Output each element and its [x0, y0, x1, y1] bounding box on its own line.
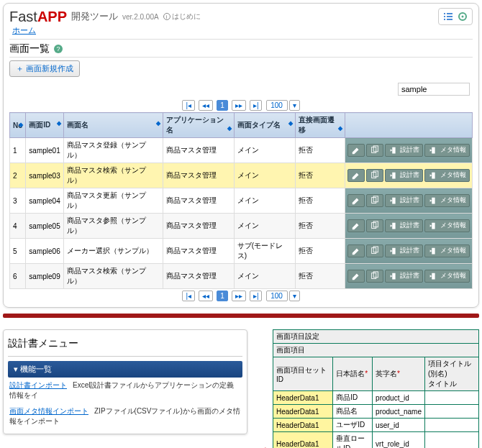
svg-rect-4	[444, 19, 445, 20]
pager-last-icon[interactable]: ▸|	[250, 291, 263, 301]
menu-row: 設計書インポートExcel設計書ファイルからアプリケーションの定義情報をイ	[8, 378, 242, 403]
spec-column-header: 項目タイトル(別名)タイトル	[425, 357, 479, 391]
column-header[interactable]: 画面ID◆	[26, 113, 63, 138]
menu-link[interactable]: 設計書インポート	[9, 381, 67, 389]
table-row[interactable]: 2sample03商品マスタ検索（サンプル）商品マスタ管理メイン拒否 設計書 メ…	[10, 163, 473, 188]
table-row[interactable]: 6sample09商品マスタ検索（サンプル）商品マスタ管理メイン拒否 設計書 メ…	[10, 264, 473, 289]
copy-button[interactable]	[366, 144, 383, 157]
column-header[interactable]: 画面名◆	[63, 113, 163, 138]
svg-rect-1	[447, 13, 453, 14]
meta-info-button[interactable]: メタ情報	[424, 244, 470, 257]
meta-info-button[interactable]: メタ情報	[424, 144, 470, 157]
arrow-left-icon: ◀	[255, 443, 265, 449]
home-link[interactable]: ホーム	[12, 26, 36, 35]
table-row[interactable]: 5sample06メーカー選択（サンプル）商品マスタ管理サブ(モードレス)拒否 …	[10, 239, 473, 264]
svg-rect-5	[447, 19, 453, 20]
meta-info-button[interactable]: メタ情報	[424, 270, 470, 283]
page-size-select[interactable]: 100	[266, 100, 288, 111]
pager-bottom: |◂ ◂◂ 1 ▸▸ ▸| 100▾	[9, 289, 473, 303]
screen-grid: No◆画面ID◆画面名◆アプリケーション名◆画面タイプ名◆直接画面遷移◆ 1sa…	[9, 112, 473, 289]
help-icon[interactable]: ?	[54, 45, 63, 53]
meta-info-button[interactable]: メタ情報	[424, 194, 470, 207]
add-screen-button[interactable]: ＋ 画面新規作成	[9, 60, 80, 77]
spec-panel: 画面項目設定 画面項目 画面項目セットID日本語名*英字名*項目タイトル(別名)…	[273, 329, 479, 448]
page-size-select[interactable]: 100	[266, 291, 288, 301]
copy-button[interactable]	[366, 194, 383, 207]
design-doc-button[interactable]: 設計書	[385, 270, 424, 283]
edit-button[interactable]	[347, 244, 365, 257]
spec-title2: 画面項目	[273, 344, 479, 357]
menu-link[interactable]: 画面メタ情報インポート	[9, 407, 88, 415]
design-doc-button[interactable]: 設計書	[385, 169, 424, 182]
edit-button[interactable]	[347, 270, 365, 283]
search-input[interactable]	[398, 83, 470, 96]
list-icon[interactable]	[442, 10, 455, 23]
svg-point-7	[462, 16, 464, 18]
pager-next-icon[interactable]: ▸▸	[232, 291, 246, 301]
copy-button[interactable]	[366, 270, 383, 283]
spec-row: HeaderData1商品名product_name	[273, 405, 479, 419]
column-header[interactable]: アプリケーション名◆	[163, 113, 235, 138]
pager-prev-icon[interactable]: ◂◂	[199, 100, 213, 111]
copy-button[interactable]	[366, 169, 383, 182]
pager-first-icon[interactable]: |◂	[182, 291, 195, 301]
spec-title1: 画面項目設定	[273, 330, 479, 344]
pager-top: |◂ ◂◂ 1 ▸▸ ▸| 100▾	[9, 99, 473, 112]
svg-rect-3	[447, 16, 453, 17]
main-panel: FastAPP 開発ツール ver.2.0.00A i はじめに ホーム 画面一…	[3, 3, 479, 308]
pager-last-icon[interactable]: ▸|	[250, 100, 263, 111]
pager-current[interactable]: 1	[217, 291, 228, 301]
section-title: 画面一覧 ?	[9, 39, 473, 58]
spec-row: HeaderData1垂直ロールIDvrt_role_id	[273, 432, 479, 449]
function-list-bar[interactable]: ▾ 機能一覧	[8, 361, 242, 378]
column-header[interactable]: No◆	[10, 113, 26, 138]
edit-button[interactable]	[347, 144, 365, 157]
pager-prev-icon[interactable]: ◂◂	[199, 291, 213, 301]
edit-button[interactable]	[347, 169, 365, 182]
spec-column-header: 日本語名*	[333, 357, 373, 391]
meta-info-button[interactable]: メタ情報	[424, 219, 470, 232]
app-header: FastAPP 開発ツール ver.2.0.00A i はじめに	[9, 8, 473, 25]
copy-button[interactable]	[366, 219, 383, 232]
dropdown-icon[interactable]: ▾	[289, 100, 300, 111]
column-header[interactable]: 直接画面遷移◆	[296, 113, 345, 138]
design-doc-button[interactable]: 設計書	[385, 144, 424, 157]
design-doc-button[interactable]: 設計書	[385, 244, 424, 257]
design-doc-button[interactable]: 設計書	[385, 194, 424, 207]
column-header[interactable]: 画面タイプ名◆	[234, 113, 295, 138]
dropdown-icon[interactable]: ▾	[289, 291, 300, 301]
design-menu-title: 設計書メニュー	[8, 334, 242, 357]
table-row[interactable]: 1sample01商品マスタ登録（サンプル）商品マスタ管理メイン拒否 設計書 メ…	[10, 138, 473, 163]
info-icon: i	[163, 13, 170, 20]
design-menu-panel: 設計書メニュー ▾ 機能一覧 設計書インポートExcel設計書ファイルからアプリ…	[3, 329, 247, 434]
gear-icon[interactable]	[456, 10, 469, 23]
menu-row: 画面メタ情報インポートZIPファイル(CSVファイル)から画面のメタ情報をインポ…	[8, 403, 242, 429]
spec-table: 画面項目設定 画面項目 画面項目セットID日本語名*英字名*項目タイトル(別名)…	[273, 329, 479, 448]
spec-column-header: 英字名*	[373, 357, 425, 391]
copy-button[interactable]	[366, 244, 383, 257]
top-icon-group	[438, 8, 473, 25]
pager-next-icon[interactable]: ▸▸	[232, 100, 246, 111]
divider-bar	[3, 314, 479, 318]
spec-row: HeaderData1商品IDproduct_id	[273, 391, 479, 405]
table-row[interactable]: 3sample04商品マスタ更新（サンプル）商品マスタ管理メイン拒否 設計書 メ…	[10, 188, 473, 214]
meta-info-button[interactable]: メタ情報	[424, 169, 470, 182]
pager-current[interactable]: 1	[217, 100, 228, 111]
edit-button[interactable]	[347, 194, 365, 207]
app-subtitle: 開発ツール	[71, 10, 118, 23]
design-doc-button[interactable]: 設計書	[385, 219, 424, 232]
svg-rect-2	[444, 16, 445, 17]
getting-started-link[interactable]: i はじめに	[163, 12, 201, 22]
table-row[interactable]: 4sample05商品マスタ参照（サンプル）商品マスタ管理メイン拒否 設計書 メ…	[10, 214, 473, 239]
edit-button[interactable]	[347, 219, 365, 232]
pager-first-icon[interactable]: |◂	[182, 100, 195, 111]
version-label: ver.2.0.00A	[122, 13, 159, 21]
logo: FastAPP	[9, 9, 67, 25]
spec-column-header: 画面項目セットID	[273, 357, 333, 391]
spec-row: HeaderData1ユーザIDuser_id	[273, 419, 479, 432]
svg-rect-0	[444, 13, 445, 14]
